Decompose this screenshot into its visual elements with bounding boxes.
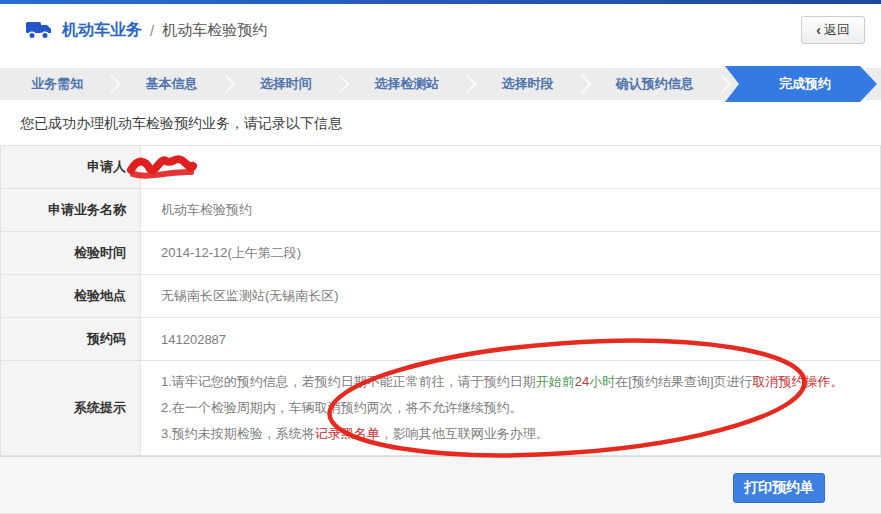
row-label: 申请业务名称 <box>1 189 141 231</box>
page-header: 机动车业务 / 机动车检验预约 ‹ 返回 <box>0 4 881 56</box>
tip-line-3: 3.预约未按期检验，系统将记录黑名单，影响其他互联网业务办理。 <box>161 421 870 447</box>
truck-icon <box>26 19 52 41</box>
step-label: 基本信息 <box>145 76 197 91</box>
tip-text-red: 记录黑名单 <box>315 426 380 441</box>
breadcrumb-current: 机动车检验预约 <box>162 21 267 40</box>
breadcrumb-root-link[interactable]: 机动车业务 <box>62 20 142 41</box>
table-row-booking-code: 预约码 141202887 <box>1 318 880 361</box>
step-label: 业务需知 <box>31 76 83 91</box>
table-row-inspection-place: 检验地点 无锡南长区监测站(无锡南长区) <box>1 275 880 318</box>
wizard-step-bar: 业务需知 基本信息 选择时间 选择检测站 选择时段 确认预约信息 完成预约 <box>0 68 881 100</box>
tip-line-2: 2.在一个检验周期内，车辆取消预约两次，将不允许继续预约。 <box>161 395 870 421</box>
page-footer: 打印预约单 <box>0 456 881 514</box>
row-value: 机动车检验预约 <box>141 189 880 231</box>
step-separator-chevron-icon <box>713 75 731 93</box>
success-message: 您已成功办理机动车检验预约业务，请记录以下信息 <box>0 100 881 145</box>
step-label: 选择时间 <box>260 76 312 91</box>
tip-line-1: 1.请牢记您的预约信息，若预约日期不能正常前往，请于预约日期开始前24小时在[预… <box>161 369 870 395</box>
appointment-info-table: 申请人 申请业务名称 机动车检验预约 检验时间 2014-12-12(上午第二段… <box>0 145 881 456</box>
step-business-notice: 业务需知 <box>0 68 114 100</box>
back-button[interactable]: ‹ 返回 <box>801 16 865 44</box>
step-label: 选择时段 <box>501 76 553 91</box>
row-label: 检验时间 <box>1 232 141 274</box>
row-value: 无锡南长区监测站(无锡南长区) <box>141 275 880 317</box>
applicant-value-redacted <box>141 146 880 188</box>
tip-text-darkred: 24 <box>575 374 589 389</box>
tip-text: 2.在一个检验周期内，车辆取消预约两次，将不允许继续预约。 <box>161 400 523 415</box>
step-complete-active: 完成预约 <box>725 66 877 102</box>
tip-text-green: 小时 <box>589 374 615 389</box>
table-row-inspection-time: 检验时间 2014-12-12(上午第二段) <box>1 232 880 275</box>
print-appointment-button[interactable]: 打印预约单 <box>733 473 825 503</box>
row-value: 2014-12-12(上午第二段) <box>141 232 880 274</box>
tip-text: 在[预约结果查询]页进行 <box>615 374 752 389</box>
step-choose-time: 选择时间 <box>229 68 343 100</box>
row-label: 系统提示 <box>1 361 141 455</box>
back-chevron-icon: ‹ <box>816 22 821 38</box>
row-label: 预约码 <box>1 318 141 360</box>
table-row-business-name: 申请业务名称 机动车检验预约 <box>1 189 880 232</box>
table-row-applicant: 申请人 <box>1 146 880 189</box>
step-choose-station: 选择检测站 <box>343 68 470 100</box>
step-choose-slot: 选择时段 <box>470 68 584 100</box>
back-button-label: 返回 <box>824 21 850 39</box>
tip-text: ，影响其他互联网业务办理。 <box>380 426 549 441</box>
step-label: 确认预约信息 <box>616 76 694 91</box>
step-basic-info: 基本信息 <box>114 68 228 100</box>
row-label: 检验地点 <box>1 275 141 317</box>
row-label: 申请人 <box>1 146 141 188</box>
breadcrumb-separator: / <box>150 22 154 39</box>
tip-text-red: 取消预约操作。 <box>753 374 844 389</box>
booking-code-value: 141202887 <box>141 318 880 360</box>
step-confirm-info: 确认预约信息 <box>585 68 725 100</box>
tip-text: 3.预约未按期检验，系统将 <box>161 426 315 441</box>
tip-text-green: 开始前 <box>536 374 575 389</box>
step-label: 选择检测站 <box>374 76 439 91</box>
table-row-system-tips: 系统提示 1.请牢记您的预约信息，若预约日期不能正常前往，请于预约日期开始前24… <box>1 361 880 456</box>
tip-text: 1.请牢记您的预约信息，若预约日期不能正常前往，请于预约日期 <box>161 374 536 389</box>
system-tips-content: 1.请牢记您的预约信息，若预约日期不能正常前往，请于预约日期开始前24小时在[预… <box>141 361 880 455</box>
